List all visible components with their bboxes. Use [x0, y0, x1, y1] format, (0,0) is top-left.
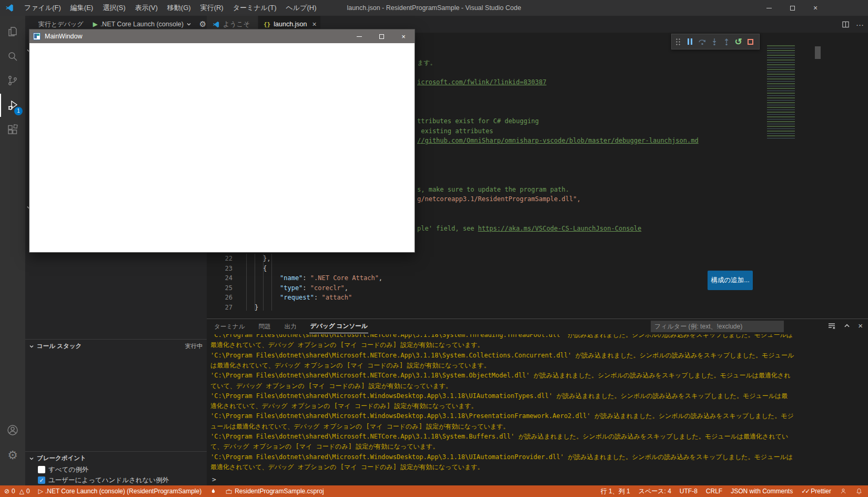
- line-number: 25: [209, 283, 233, 293]
- console-line: 'C:\Program Files\dotnet\shared\Microsof…: [210, 334, 793, 340]
- run-and-debug-icon[interactable]: 1: [0, 94, 25, 117]
- breakpoint-item[interactable]: すべての例外: [25, 464, 207, 475]
- overlay-window[interactable]: MainWindow ×: [29, 29, 415, 253]
- toolbar-drag-grip[interactable]: [672, 34, 684, 49]
- console-input-prompt[interactable]: >: [212, 475, 216, 483]
- panel-tab-bar: ターミナル問題出力デバッグ コンソール: [213, 319, 368, 334]
- console-line: は最適化されていて、デバッグ オプションの [マイ コードのみ] 設定が有効にな…: [210, 361, 490, 370]
- step-over-icon[interactable]: [696, 34, 708, 49]
- console-filter-input[interactable]: [651, 321, 784, 332]
- close-panel-icon[interactable]: ×: [858, 321, 863, 330]
- activity-bar: 1 ⚙: [0, 16, 25, 485]
- code-line: 24"name": ".NET Core Attach",: [207, 273, 868, 283]
- settings-gear-icon[interactable]: ⚙: [0, 444, 25, 467]
- close-button[interactable]: ×: [392, 29, 415, 43]
- menu-bar: ファイル(F)編集(E)選択(S)表示(V)移動(G)実行(R)ターミナル(T)…: [19, 0, 321, 16]
- minimize-button[interactable]: [348, 29, 370, 43]
- minimap[interactable]: [767, 45, 812, 139]
- panel-tab[interactable]: 問題: [258, 320, 272, 333]
- editor-text: ttributes exist for C# debugging: [417, 117, 539, 125]
- maximize-panel-icon[interactable]: [843, 322, 851, 330]
- console-line: 'C:\Program Files\dotnet\shared\Microsof…: [210, 371, 791, 380]
- menu-item[interactable]: 移動(G): [163, 0, 196, 16]
- pause-icon[interactable]: [684, 34, 696, 49]
- problems-status[interactable]: ⊘0 △0: [4, 488, 30, 495]
- omnisharp-flame-icon[interactable]: [210, 488, 217, 495]
- panel-tab[interactable]: 出力: [284, 320, 298, 333]
- search-icon[interactable]: [0, 45, 25, 68]
- more-actions-icon[interactable]: ···: [856, 20, 864, 29]
- debug-toolbar: ↺: [671, 34, 760, 49]
- account-icon[interactable]: [0, 419, 25, 442]
- indentation-status[interactable]: スペース: 4: [639, 487, 671, 496]
- notifications-bell-icon[interactable]: [855, 488, 863, 495]
- overlay-window-title: MainWindow: [45, 33, 83, 40]
- maximize-button[interactable]: [781, 0, 804, 16]
- source-control-icon[interactable]: [0, 69, 25, 92]
- editor-text-fragment: //github.com/OmniSharp/omnisharp-vscode/…: [417, 136, 699, 145]
- menu-item[interactable]: ターミナル(T): [228, 0, 281, 16]
- close-button[interactable]: ×: [804, 0, 827, 16]
- debug-console-output[interactable]: 'C:\Program Files\dotnet\shared\Microsof…: [210, 334, 865, 472]
- console-line: て、デバッグ オプションの [マイ コードのみ] 設定が有効になっています。: [210, 442, 439, 451]
- debug-settings-gear-icon[interactable]: ⚙: [199, 19, 206, 29]
- menu-item[interactable]: ヘルプ(H): [281, 0, 321, 16]
- project-status[interactable]: ResidentProgramSample.csproj: [225, 488, 324, 495]
- breakpoint-item-label: ユーザーによってハンドルされない例外: [48, 476, 169, 485]
- eol-status[interactable]: CRLF: [706, 488, 722, 495]
- checkbox-checked[interactable]: ✓: [38, 476, 45, 484]
- chevron-down-icon: [28, 455, 35, 462]
- formatter-status[interactable]: ✓✓ Prettier: [801, 488, 831, 495]
- checkbox-unchecked[interactable]: [38, 466, 45, 473]
- app-icon: [33, 33, 41, 40]
- debug-icon: ▷: [38, 488, 43, 495]
- call-stack-section-header[interactable]: コール スタック 実行中: [25, 339, 207, 353]
- editor-link[interactable]: https://aka.ms/VSCode-CS-LaunchJson-Cons…: [478, 225, 642, 232]
- feedback-icon[interactable]: [840, 488, 847, 495]
- tab-close-icon[interactable]: ×: [312, 20, 317, 28]
- add-configuration-button[interactable]: 構成の追加...: [708, 271, 753, 290]
- json-file-icon: {}: [264, 21, 270, 28]
- debug-target-status[interactable]: ▷ .NET Core Launch (console) (ResidentPr…: [38, 488, 201, 495]
- language-mode-status[interactable]: JSON with Comments: [731, 488, 793, 495]
- code-line: 23{: [207, 264, 868, 274]
- cursor-position-status[interactable]: 行 1、列 1: [601, 487, 630, 496]
- editor-link[interactable]: icrosoft.com/fwlink/?linkid=830387: [417, 78, 547, 86]
- debug-badge: 1: [14, 107, 23, 115]
- restart-icon[interactable]: ↺: [732, 34, 744, 49]
- extensions-icon[interactable]: [0, 118, 25, 142]
- stop-icon[interactable]: [744, 34, 756, 49]
- editor-text-fragment: ple' field, see https://aka.ms/VSCode-CS…: [417, 224, 641, 233]
- start-debug-icon[interactable]: ▶: [93, 21, 97, 28]
- panel-tab[interactable]: ターミナル: [213, 320, 246, 333]
- step-into-icon[interactable]: [708, 34, 720, 49]
- overlay-window-title-bar[interactable]: MainWindow ×: [29, 29, 415, 43]
- code-line: 26"request": "attach": [207, 293, 868, 303]
- editor-text-fragment: ます。: [417, 58, 437, 67]
- encoding-status[interactable]: UTF-8: [680, 488, 698, 495]
- panel-tab[interactable]: デバッグ コンソール: [309, 320, 369, 333]
- editor-text: existing attributes: [417, 127, 493, 135]
- maximize-button[interactable]: [370, 29, 392, 43]
- breakpoint-item[interactable]: ✓ ユーザーによってハンドルされない例外: [25, 475, 207, 485]
- menu-item[interactable]: 実行(R): [196, 0, 228, 16]
- split-editor-icon[interactable]: [842, 21, 850, 28]
- error-icon: ⊘: [4, 488, 9, 495]
- breakpoints-section-header[interactable]: ブレークポイント: [25, 451, 207, 465]
- code-line: 27}: [207, 303, 868, 313]
- menu-item[interactable]: 表示(V): [130, 0, 163, 16]
- clear-console-icon[interactable]: [827, 322, 836, 330]
- menu-item[interactable]: 編集(E): [66, 0, 98, 16]
- editor-scrollbar[interactable]: [815, 46, 821, 59]
- panel-actions: ×: [827, 321, 863, 330]
- code-line: 22},: [207, 254, 868, 264]
- editor-link[interactable]: //github.com/OmniSharp/omnisharp-vscode/…: [417, 137, 699, 144]
- menu-item[interactable]: ファイル(F): [19, 0, 66, 16]
- console-line: 適化されていて、デバッグ オプションの [マイ コードのみ] 設定が有効になって…: [210, 402, 478, 411]
- minimize-button[interactable]: [758, 0, 781, 16]
- menu-item[interactable]: 選択(S): [98, 0, 130, 16]
- explorer-icon[interactable]: [0, 20, 25, 43]
- console-line: 'C:\Program Files\dotnet\shared\Microsof…: [210, 453, 793, 462]
- step-out-icon[interactable]: [720, 34, 732, 49]
- editor-text-fragment: icrosoft.com/fwlink/?linkid=830387: [417, 78, 547, 86]
